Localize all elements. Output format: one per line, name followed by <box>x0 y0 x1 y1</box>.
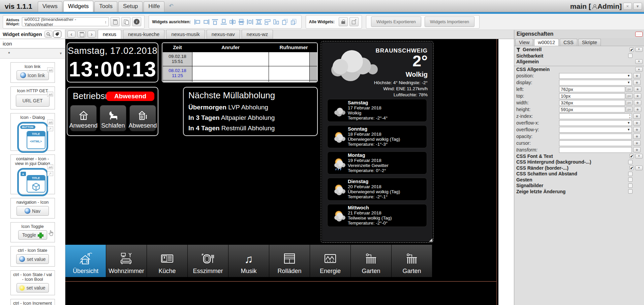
to-back-icon[interactable] <box>290 19 297 25</box>
center-vertical-icon[interactable] <box>229 19 236 25</box>
tab-view[interactable]: View <box>515 39 533 46</box>
same-width-icon[interactable] <box>264 19 271 25</box>
garbage-widget[interactable]: Nächste Müllabholung Übermorgen LVP Abho… <box>183 87 318 136</box>
palette-tag-button[interactable] <box>53 31 61 38</box>
palette-item-container-icon-view[interactable]: container - Icon - view in jqui Dialog ▲… <box>10 155 55 194</box>
mode-button-abwesend[interactable]: Abwesend <box>129 105 156 131</box>
height-input[interactable] <box>559 107 625 112</box>
generell-expand-button[interactable]: ▼ <box>635 47 643 52</box>
nav-tile-kueche[interactable]: Küche <box>147 245 187 277</box>
lock-widgets-button[interactable] <box>339 17 348 26</box>
signalbilder-checkbox[interactable] <box>628 183 633 188</box>
resize-handle[interactable] <box>429 238 432 242</box>
delete-view-button[interactable] <box>78 31 86 38</box>
view-tab-nexus-wz[interactable]: nexus-wz <box>242 30 273 39</box>
view-tab-nexus[interactable]: nexus <box>98 30 121 39</box>
delete-widget-button[interactable] <box>111 17 120 26</box>
display-bind-button[interactable]: ★ <box>633 80 641 85</box>
cursor-bind-button[interactable]: ★ <box>633 140 641 146</box>
left-bind-button[interactable]: ★ <box>634 87 641 92</box>
menu-views[interactable]: Views <box>38 1 62 12</box>
menu-widgets[interactable]: Widgets <box>63 1 93 12</box>
css-font-expand-button[interactable]: ▼ <box>635 154 643 159</box>
mode-button-anwesend[interactable]: Anwesend <box>70 105 97 131</box>
palette-item-navigation-icon[interactable]: navigation - Icon Nav <box>10 198 55 218</box>
top-input[interactable] <box>559 93 625 99</box>
overflow-x-bind-button[interactable]: ★ <box>633 120 641 126</box>
view-canvas[interactable]: Samstag, 17.02.2018 13:00:13 Zeit Anrufe… <box>65 39 498 305</box>
position-bind-button[interactable]: ★ <box>633 73 641 78</box>
allgemein-expand-button[interactable]: ▼ <box>635 59 643 64</box>
palette-filter-input[interactable] <box>3 41 65 46</box>
overflow-y-select[interactable]: ▼ <box>559 127 632 133</box>
section-gesten[interactable]: Gesten <box>514 177 644 183</box>
nav-tile-garten-2[interactable]: Garten <box>392 245 432 277</box>
section-generell[interactable]: Generell ▼ <box>514 46 644 53</box>
menu-hilfe[interactable]: Hilfe <box>144 1 164 12</box>
align-left-icon[interactable] <box>194 19 201 25</box>
view-tab-nexus-kueche[interactable]: nexus-kueche <box>123 30 164 39</box>
zeige-aenderung-checkbox[interactable] <box>628 189 633 194</box>
css-raender-expand-button[interactable]: ▼ <box>635 166 643 170</box>
css-allgemein-collapse-button[interactable]: ▲ <box>635 67 643 72</box>
nav-tile-musik[interactable]: ♫ Musik <box>228 245 269 277</box>
next-view-button[interactable]: › <box>88 31 96 38</box>
nav-tile-energie[interactable]: Energie <box>310 245 350 277</box>
section-sichtbarkeit[interactable]: Sichtbarkeit <box>514 53 644 59</box>
css-schatten-checkbox[interactable] <box>628 172 633 176</box>
palette-item-ctrl-icon-increment[interactable]: ctrl - Icon Increment +1 <box>10 299 55 305</box>
transform-input[interactable] <box>559 147 632 153</box>
display-select[interactable]: ▼ <box>559 80 632 86</box>
undo-icon[interactable]: ↶ <box>169 3 173 9</box>
css-font-checkbox[interactable] <box>630 154 634 158</box>
close-button[interactable]: × <box>623 3 632 10</box>
transform-bind-button[interactable]: ★ <box>633 147 641 152</box>
palette-item-icon-dialog[interactable]: Icon - Dialog BUTTON TITLE <HTML> ↗ <box>10 113 55 151</box>
section-css-schatten[interactable]: CSS Schatten und Abstand <box>514 171 644 177</box>
to-front-icon[interactable] <box>282 19 288 25</box>
center-horizontal-icon[interactable] <box>238 19 245 25</box>
menu-tools[interactable]: Tools <box>94 1 117 12</box>
section-css-hintergrund[interactable]: CSS Hintergrund (background-...) <box>514 159 644 165</box>
palette-search-button[interactable] <box>44 31 53 38</box>
left-unit-button[interactable]: px <box>626 87 633 92</box>
section-zeige-letzte-aenderung[interactable]: Zeige letzte Änderung <box>514 189 644 195</box>
cursor-input[interactable] <box>559 140 632 146</box>
sichtbarkeit-checkbox[interactable] <box>628 54 633 58</box>
palette-item-ctrl-icon-state[interactable]: ctrl - Icon State set value <box>10 246 55 267</box>
z-index-bind-button[interactable]: ★ <box>633 113 641 119</box>
section-signalbilder[interactable]: Signalbilder <box>514 183 644 189</box>
clock-widget[interactable]: Samstag, 17.02.2018 13:00:13 <box>67 42 158 82</box>
section-css-raender[interactable]: CSS Ränder (border-...) ▼ <box>514 165 644 171</box>
view-tab-nexus-musik[interactable]: nexus-musik <box>166 30 205 39</box>
palette-item-ctrl-icon-state-val[interactable]: ctrl - Icon State / val - Icon Bool set … <box>10 270 55 295</box>
active-widget-select[interactable]: w00012 (timeandweather - YahooWeather ↕ <box>22 17 109 26</box>
same-height-icon[interactable] <box>273 19 280 25</box>
prev-view-button[interactable]: ‹ <box>67 31 75 38</box>
css-raender-checkbox[interactable] <box>630 166 634 170</box>
section-css-font-text[interactable]: CSS Font & Text ▼ <box>514 153 644 159</box>
weather-widget[interactable]: BRAUNSCHWEIG 2° Wolkig Höchste: 4° Niedr… <box>322 42 432 241</box>
palette-item-icon-link[interactable]: Icon link Icon link <box>10 62 55 83</box>
tab-skripte[interactable]: Skripte <box>578 39 601 46</box>
nav-tile-wohnzimmer[interactable]: Wohnzimmer <box>106 245 147 277</box>
export-widgets-button[interactable]: Widgets Exportieren <box>371 16 421 27</box>
view-tab-nexus-nav[interactable]: nexus-nav <box>207 30 240 39</box>
height-bind-button[interactable]: ★ <box>634 107 641 112</box>
top-bind-button[interactable]: ★ <box>634 93 641 99</box>
mode-button-schlafen[interactable]: Schlafen <box>100 105 126 131</box>
section-allgemein[interactable]: Allgemein ▼ <box>514 59 644 65</box>
gesten-checkbox[interactable] <box>628 177 633 182</box>
nav-tile-esszimmer[interactable]: Esszimmer <box>188 245 228 277</box>
palette-item-icon-toggle[interactable]: Icon Toggle Toggle <box>10 222 55 242</box>
section-css-allgemein[interactable]: CSS Allgemein ▲ <box>514 66 644 72</box>
nav-tile-rollaeden[interactable]: Rolläden <box>269 245 310 277</box>
window-menu-button[interactable]: ▾ <box>633 3 642 10</box>
widget-info-button[interactable]: i <box>132 17 141 26</box>
tab-css[interactable]: CSS <box>560 39 577 46</box>
distribute-vertical-icon[interactable] <box>255 19 262 25</box>
mode-widget[interactable]: Betriebsmodus Abwesend Anwesend Schlafen… <box>67 87 158 136</box>
nav-tile-uebersicht[interactable]: Übersicht <box>65 245 106 277</box>
left-input[interactable] <box>559 87 625 92</box>
show-widgets-button[interactable] <box>349 17 359 26</box>
